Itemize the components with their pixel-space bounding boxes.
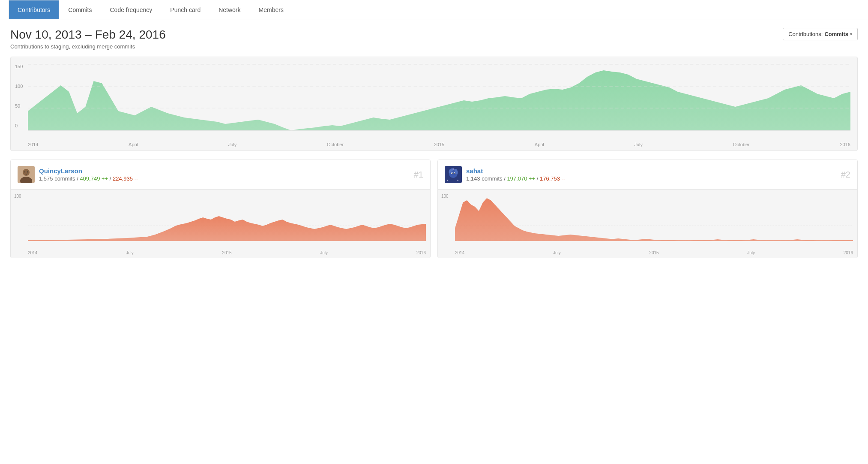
chevron-down-icon: ▾ bbox=[850, 32, 852, 36]
card-header-left-2: ✦ ✦ sahat 1,143 commits / 197,070 ++ / 1… bbox=[445, 166, 565, 183]
x-label-2016: 2016 bbox=[840, 142, 850, 147]
svg-point-8 bbox=[24, 172, 25, 172]
tab-punch-card[interactable]: Punch card bbox=[161, 0, 210, 19]
svg-point-16 bbox=[452, 173, 453, 174]
svg-point-6 bbox=[23, 169, 30, 176]
contributor-stats-1: 1,575 commits / 409,749 ++ / 224,935 -- bbox=[39, 175, 138, 182]
contributor-stats-2: 1,143 commits / 197,070 ++ / 176,753 -- bbox=[466, 175, 565, 182]
contributor-name-1[interactable]: QuincyLarson bbox=[39, 167, 82, 175]
card-header-1: QuincyLarson 1,575 commits / 409,749 ++ … bbox=[11, 160, 430, 189]
card-x-2015-1: 2015 bbox=[222, 250, 231, 255]
y-label-100: 100 bbox=[15, 84, 23, 89]
svg-marker-0 bbox=[28, 70, 850, 130]
y-label-150: 150 bbox=[15, 64, 23, 69]
svg-marker-11 bbox=[28, 216, 426, 241]
avatar-quincylarson bbox=[18, 166, 35, 183]
contributor-cards: QuincyLarson 1,575 commits / 409,749 ++ … bbox=[10, 160, 858, 258]
card-rank-1: #1 bbox=[414, 170, 423, 180]
overall-chart-x-labels: 2014 April July October 2015 April July … bbox=[28, 142, 850, 147]
svg-text:✦: ✦ bbox=[446, 179, 449, 182]
tab-code-frequency[interactable]: Code frequency bbox=[101, 0, 162, 19]
card-x-2014-2: 2014 bbox=[455, 250, 464, 255]
overall-chart-container: 150 100 50 0 bbox=[10, 57, 858, 151]
contributor-card-2: ✦ ✦ sahat 1,143 commits / 197,070 ++ / 1… bbox=[437, 160, 858, 258]
nav-tabs: Contributors Commits Code frequency Punc… bbox=[0, 0, 868, 19]
contributor-card-1: QuincyLarson 1,575 commits / 409,749 ++ … bbox=[10, 160, 431, 258]
card-y-label-1: 100 bbox=[14, 194, 21, 199]
card-x-2016-2: 2016 bbox=[844, 250, 853, 255]
card-rank-2: #2 bbox=[841, 170, 850, 180]
contributions-dropdown[interactable]: Contributions: Commits ▾ bbox=[783, 28, 858, 40]
card-x-july14-2: July bbox=[553, 250, 561, 255]
overall-chart-svg bbox=[28, 64, 850, 130]
tab-contributors[interactable]: Contributors bbox=[9, 0, 59, 19]
card-x-july15-1: July bbox=[320, 250, 328, 255]
contributor-info-1: QuincyLarson 1,575 commits / 409,749 ++ … bbox=[39, 167, 138, 182]
card-chart-svg-1 bbox=[28, 194, 426, 241]
card-x-july15-2: July bbox=[747, 250, 755, 255]
card-chart-area-1 bbox=[28, 194, 426, 241]
x-label-april-2: April bbox=[535, 142, 544, 147]
date-range-info: Nov 10, 2013 – Feb 24, 2016 Contribution… bbox=[10, 28, 166, 50]
svg-point-9 bbox=[27, 172, 28, 172]
x-label-april-1: April bbox=[129, 142, 138, 147]
tab-network[interactable]: Network bbox=[210, 0, 249, 19]
additions-1: 409,749 ++ bbox=[80, 175, 108, 182]
card-chart-2: 100 2014 bbox=[438, 189, 857, 258]
x-label-2014: 2014 bbox=[28, 142, 38, 147]
main-content: Nov 10, 2013 – Feb 24, 2016 Contribution… bbox=[0, 19, 868, 267]
svg-point-17 bbox=[455, 173, 455, 174]
x-label-october-1: October bbox=[327, 142, 344, 147]
commits-count-2: 1,143 commits bbox=[466, 175, 503, 182]
card-x-2015-2: 2015 bbox=[649, 250, 658, 255]
deletions-1: 224,935 -- bbox=[113, 175, 138, 182]
card-x-2016-1: 2016 bbox=[416, 250, 426, 255]
contributor-info-2: sahat 1,143 commits / 197,070 ++ / 176,7… bbox=[466, 167, 565, 182]
avatar-svg-2: ✦ ✦ bbox=[445, 166, 462, 183]
svg-text:✦: ✦ bbox=[457, 179, 459, 182]
card-chart-1: 100 2014 July bbox=[11, 189, 430, 258]
date-range-subtitle: Contributions to staging, excluding merg… bbox=[10, 43, 166, 50]
date-range-title: Nov 10, 2013 – Feb 24, 2016 bbox=[10, 28, 166, 42]
card-x-labels-1: 2014 July 2015 July 2016 bbox=[28, 250, 426, 255]
svg-marker-22 bbox=[455, 198, 853, 241]
card-chart-area-2 bbox=[455, 194, 853, 241]
y-label-50: 50 bbox=[15, 103, 23, 108]
additions-2: 197,070 ++ bbox=[507, 175, 535, 182]
card-header-2: ✦ ✦ sahat 1,143 commits / 197,070 ++ / 1… bbox=[438, 160, 857, 189]
avatar-svg-1 bbox=[18, 166, 35, 183]
x-label-2015: 2015 bbox=[434, 142, 444, 147]
contributions-dropdown-label: Contributions: bbox=[788, 31, 823, 37]
card-chart-svg-2 bbox=[455, 194, 853, 241]
y-label-0: 0 bbox=[15, 123, 23, 128]
card-header-left-1: QuincyLarson 1,575 commits / 409,749 ++ … bbox=[18, 166, 138, 183]
overall-chart-area bbox=[28, 64, 850, 130]
card-y-label-2: 100 bbox=[441, 194, 449, 199]
x-label-july-2: July bbox=[634, 142, 643, 147]
card-x-labels-2: 2014 July 2015 July 2016 bbox=[455, 250, 853, 255]
tab-members[interactable]: Members bbox=[250, 0, 293, 19]
commits-count-1: 1,575 commits bbox=[39, 175, 75, 182]
contributions-type: Commits bbox=[824, 31, 848, 37]
tab-commits[interactable]: Commits bbox=[59, 0, 101, 19]
x-label-october-2: October bbox=[733, 142, 750, 147]
card-x-2014-1: 2014 bbox=[28, 250, 37, 255]
overall-chart-y-labels: 150 100 50 0 bbox=[15, 64, 23, 128]
contributor-name-2[interactable]: sahat bbox=[466, 167, 483, 175]
date-range-section: Nov 10, 2013 – Feb 24, 2016 Contribution… bbox=[10, 28, 858, 50]
x-label-july-1: July bbox=[228, 142, 237, 147]
deletions-2: 176,753 -- bbox=[540, 175, 565, 182]
card-x-july14-1: July bbox=[126, 250, 134, 255]
avatar-sahat: ✦ ✦ bbox=[445, 166, 462, 183]
